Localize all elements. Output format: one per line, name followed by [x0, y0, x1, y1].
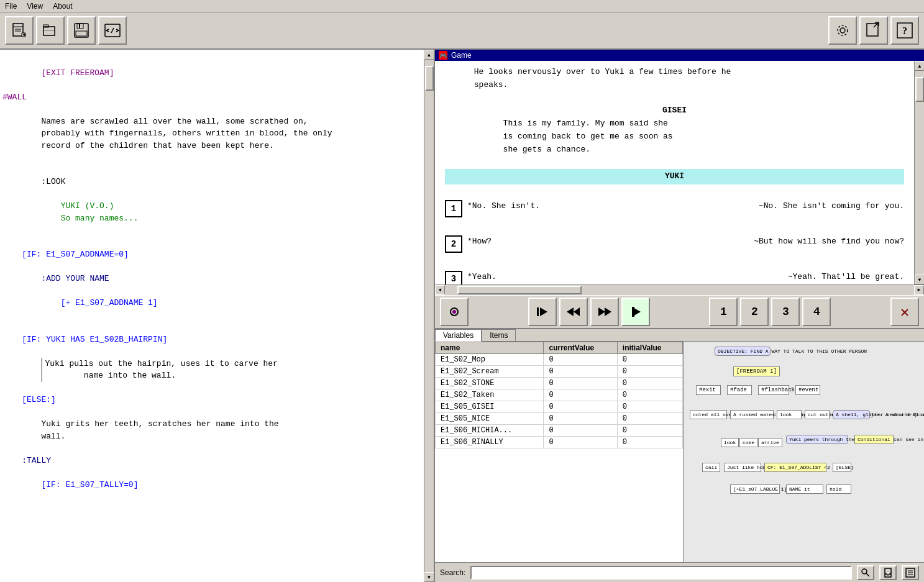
game-scroll-track[interactable]: [915, 71, 924, 275]
table-row: E1_S02_Mop00: [436, 354, 683, 366]
h-scroll-thumb[interactable]: [457, 286, 582, 294]
game-narrative: He looks nervously over to Yuki a few ti…: [445, 66, 904, 284]
h-scroll-left[interactable]: ◄: [435, 285, 445, 295]
svg-rect-24: [537, 307, 539, 316]
graph-placeholder: OBJECTIVE: FIND A WAY TO TALK TO THIS OT…: [684, 342, 924, 562]
scroll-down-arrow[interactable]: ▼: [424, 572, 434, 582]
graph-node-else: [ELSE]: [833, 463, 851, 472]
graph-node-wall2: A rusked water pipe running to the top o…: [730, 410, 774, 419]
var-graph-area: OBJECTIVE: FIND A WAY TO TALK TO THIS OT…: [684, 342, 924, 562]
narrative-line: is coming back to get me as soon as: [445, 130, 904, 143]
left-scrollbar[interactable]: ▲ ▼: [424, 50, 434, 582]
toolbar-right: ?: [828, 16, 919, 45]
search-find-button[interactable]: [857, 565, 874, 580]
game-scroll-thumb[interactable]: [915, 77, 924, 102]
narrative-line: He looks nervously over to Yuki a few ti…: [445, 66, 904, 79]
open-button[interactable]: [36, 16, 65, 45]
play-button[interactable]: [621, 298, 650, 326]
choice-thought-3: *Yeah.: [467, 271, 496, 284]
choice-3-button[interactable]: 3: [771, 298, 800, 326]
help-button[interactable]: ?: [890, 16, 919, 45]
choice-texts-2: *How? ~But how will she find you now?: [467, 235, 904, 248]
menu-view[interactable]: View: [27, 2, 43, 11]
game-text-content[interactable]: He looks nervously over to Yuki a few ti…: [435, 61, 914, 284]
h-scroll-right[interactable]: ►: [914, 285, 924, 295]
table-cell-name: E1_S05_NICE: [436, 413, 544, 425]
search-bookmark-button[interactable]: [879, 565, 897, 580]
search-bar: Search:: [435, 562, 924, 582]
choice-row-1: 1 *No. She isn't. ~No. She isn't coming …: [445, 200, 904, 217]
choice-4-button[interactable]: 4: [802, 298, 831, 326]
svg-text:?: ?: [902, 25, 907, 36]
first-button[interactable]: [528, 298, 557, 326]
menu-about[interactable]: About: [53, 2, 72, 11]
graph-node-flashback: #flashback: [758, 385, 789, 395]
svg-point-17: [838, 25, 848, 35]
code-view-button[interactable]: [98, 16, 127, 45]
graph-node-cond3: CF: E1_S07_ADDLIST <2: [764, 463, 826, 472]
skip-button[interactable]: ✕: [890, 298, 919, 326]
choice-1-button[interactable]: 1: [709, 298, 738, 326]
record-button[interactable]: [440, 298, 469, 326]
save-button[interactable]: [67, 16, 96, 45]
graph-node-come: come: [739, 438, 757, 447]
scroll-track[interactable]: [424, 60, 434, 572]
table-cell-initialValue: 0: [617, 378, 682, 389]
highlighted-speaker-yuki: YUKI: [445, 169, 904, 184]
table-row: E1_S06_MICHIA...00: [436, 425, 683, 437]
var-table[interactable]: name currentValue initialValue E1_S02_Mo…: [435, 342, 683, 562]
narrative-spacer: [445, 184, 904, 198]
svg-rect-10: [75, 24, 88, 37]
game-text-area: He looks nervously over to Yuki a few ti…: [435, 61, 924, 284]
choice-thought-2: *How?: [467, 235, 492, 248]
main-container: [EXIT FREEROAM] #WALL Names are scrawled…: [0, 50, 924, 582]
svg-point-23: [452, 310, 456, 314]
next-button[interactable]: [590, 298, 619, 326]
new-button[interactable]: [5, 16, 34, 45]
h-scroll-track[interactable]: [445, 285, 914, 295]
graph-node-hold: hold: [826, 484, 851, 494]
choice-2-button[interactable]: 2: [740, 298, 769, 326]
graph-node-cond2: Conditional: [854, 435, 894, 444]
game-title: Game: [451, 51, 472, 60]
game-h-scrollbar[interactable]: ◄ ►: [435, 284, 924, 294]
graph-node-event: #event: [795, 385, 820, 395]
scroll-up-arrow[interactable]: ▲: [424, 50, 434, 60]
scroll-thumb[interactable]: [425, 66, 434, 91]
table-cell-currentValue: 0: [544, 378, 617, 389]
svg-rect-34: [885, 568, 891, 577]
game-scroll-up[interactable]: ▲: [915, 61, 924, 71]
table-cell-currentValue: 0: [544, 401, 617, 413]
svg-rect-13: [79, 24, 80, 28]
game-scroll-down[interactable]: ▼: [915, 275, 924, 284]
search-list-button[interactable]: [902, 565, 919, 580]
choice-num-3[interactable]: 3: [445, 271, 462, 284]
menu-file[interactable]: File: [5, 2, 17, 11]
script-text-area[interactable]: [EXIT FREEROAM] #WALL Names are scrawled…: [0, 50, 424, 582]
tab-variables[interactable]: Variables: [435, 329, 482, 342]
graph-node-awall: A shell, glitter near the floor: [833, 410, 870, 419]
right-panel: 🎮 Game He looks nervously over to Yuki a…: [435, 50, 924, 582]
table-cell-currentValue: 0: [544, 413, 617, 425]
choice-num-1[interactable]: 1: [445, 200, 462, 217]
choice-spacer: [445, 255, 904, 268]
pb-left-group: [440, 298, 469, 326]
choice-spacer: [445, 220, 904, 233]
table-cell-initialValue: 0: [617, 437, 682, 448]
choice-num-2[interactable]: 2: [445, 235, 462, 253]
svg-marker-26: [567, 307, 574, 316]
col-current: currentValue: [544, 342, 617, 354]
choice-dialogue-1: ~No. She isn't coming for you.: [759, 200, 904, 213]
menubar: File View About: [0, 0, 924, 12]
game-icon: 🎮: [439, 51, 447, 60]
tab-items[interactable]: Items: [482, 329, 516, 341]
settings-button[interactable]: [828, 16, 857, 45]
graph-node-home: Just like home, I guess...: [724, 463, 761, 472]
game-scrollbar[interactable]: ▲ ▼: [914, 61, 924, 284]
narrative-spacer: [445, 157, 904, 170]
search-input[interactable]: [470, 566, 852, 580]
export-button[interactable]: [859, 16, 888, 45]
graph-node-look2: look: [721, 438, 739, 447]
prev-button[interactable]: [559, 298, 588, 326]
table-cell-name: E1_S06_MICHIA...: [436, 425, 544, 437]
